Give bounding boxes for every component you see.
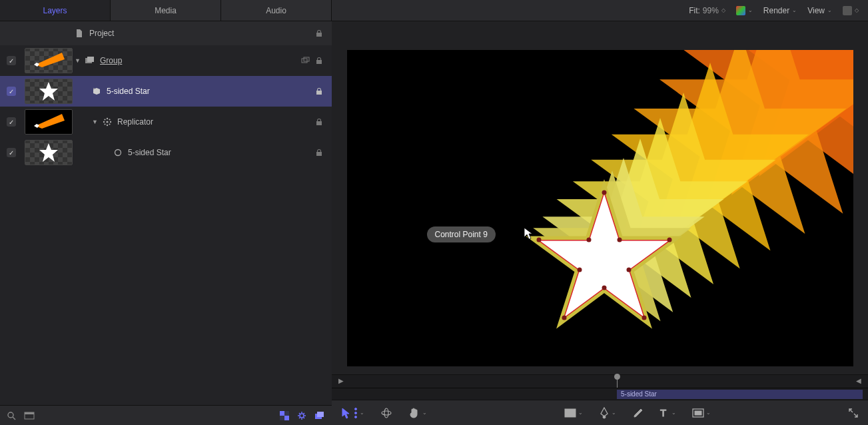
svg-point-22	[300, 414, 304, 418]
canvas-area[interactable]: Control Point 9	[332, 21, 868, 374]
color-chip-icon	[736, 6, 745, 15]
mini-timeline[interactable]: 5-sided Star	[332, 388, 868, 400]
clip-label: 5-sided Star	[621, 390, 657, 398]
chevron-down-icon: ⌄	[422, 410, 427, 416]
filter-gear-icon[interactable]	[297, 411, 306, 420]
project-label: Project	[89, 29, 114, 38]
svg-point-32	[577, 267, 582, 272]
canvas-toolbar: ⌄ ⌄ ⌄ ⌄ T ⌄ ⌄	[332, 400, 868, 425]
fit-control[interactable]: Fit: 99% ◇	[689, 6, 725, 15]
visibility-checkbox[interactable]	[7, 87, 16, 96]
timeline-clip[interactable]: 5-sided Star	[617, 390, 863, 399]
layer-thumbnail	[25, 79, 73, 104]
project-row[interactable]: Project	[0, 21, 332, 45]
chevron-down-icon: ⌄	[706, 410, 711, 416]
pen-tool[interactable]: ⌄	[599, 407, 616, 419]
text-tool[interactable]: T ⌄	[659, 408, 676, 418]
layer-row-replicator[interactable]: ▼ Replicator	[0, 107, 332, 137]
layer-row-star-cell[interactable]: 5-sided Star	[0, 137, 332, 168]
svg-point-13	[109, 123, 110, 125]
layer-row-star-selected[interactable]: 5-sided Star	[0, 76, 332, 107]
fit-label: Fit:	[689, 6, 700, 15]
tab-audio[interactable]: Audio	[221, 0, 332, 21]
visibility-checkbox[interactable]	[7, 56, 16, 65]
layer-label: 5-sided Star	[107, 87, 150, 96]
expand-icon[interactable]	[848, 408, 859, 418]
render-menu[interactable]: Render ⌄	[763, 6, 797, 15]
svg-point-37	[355, 416, 357, 418]
search-icon[interactable]	[7, 411, 16, 420]
visibility-checkbox[interactable]	[7, 117, 16, 127]
svg-point-33	[536, 237, 541, 242]
out-marker-icon[interactable]: ◀	[856, 377, 861, 384]
rectangle-tool[interactable]: ⌄	[564, 408, 583, 418]
mask-tool[interactable]: ⌄	[692, 408, 711, 418]
svg-point-12	[104, 123, 105, 125]
cell-icon	[113, 148, 123, 157]
svg-point-5	[106, 121, 108, 123]
layout-icon	[843, 6, 852, 15]
chevron-down-icon: ⌄	[360, 410, 364, 416]
layers-tabs: Layers Media Audio	[0, 0, 332, 21]
channels-control[interactable]: ⌄	[736, 6, 753, 15]
svg-point-31	[562, 315, 566, 320]
svg-point-36	[355, 412, 357, 414]
svg-point-30	[602, 285, 606, 290]
svg-point-26	[617, 237, 622, 242]
layout-control[interactable]: ◇	[843, 6, 859, 15]
svg-point-25	[602, 190, 606, 195]
layer-row-group[interactable]: ▼ Group	[0, 45, 332, 76]
pan-tool[interactable]: ⌄	[408, 407, 427, 419]
layer-label: 5-sided Star	[128, 148, 171, 157]
visibility-checkbox[interactable]	[7, 148, 16, 157]
playhead[interactable]	[617, 375, 618, 388]
view-label: View	[807, 6, 825, 15]
svg-point-15	[8, 412, 13, 418]
replicator-icon	[103, 117, 112, 127]
tab-layers[interactable]: Layers	[0, 0, 111, 21]
chevron-down-icon: ⌄	[612, 410, 616, 416]
disclosure-triangle[interactable]: ▼	[75, 57, 83, 64]
in-marker-icon[interactable]: ▶	[338, 377, 344, 384]
lock-icon[interactable]	[314, 56, 324, 65]
frame-icon[interactable]	[24, 412, 35, 420]
select-tool[interactable]: ⌄	[341, 407, 364, 419]
svg-point-14	[115, 150, 121, 156]
lock-icon[interactable]	[314, 87, 324, 96]
svg-point-8	[103, 121, 105, 123]
svg-point-4	[93, 88, 95, 89]
filter-stack-icon[interactable]	[314, 412, 325, 420]
disclosure-triangle[interactable]: ▼	[92, 119, 100, 125]
canvas-header: Fit: 99% ◇ ⌄ Render ⌄ View ⌄ ◇	[332, 0, 868, 21]
chevron-down-icon: ⌄	[578, 410, 583, 416]
view-menu[interactable]: View ⌄	[807, 6, 832, 15]
svg-point-38	[382, 411, 391, 415]
lock-icon[interactable]	[314, 148, 324, 157]
svg-point-28	[626, 267, 631, 272]
canvas[interactable]: Control Point 9	[347, 50, 853, 366]
svg-rect-40	[565, 409, 576, 417]
tab-media[interactable]: Media	[111, 0, 221, 21]
group-icon	[85, 56, 95, 65]
svg-point-35	[355, 408, 357, 410]
lock-icon[interactable]	[314, 29, 324, 38]
layer-label: Replicator	[117, 117, 153, 127]
project-icon	[75, 29, 84, 38]
layers-footer	[0, 405, 332, 425]
flatten-icon[interactable]	[301, 56, 310, 65]
layer-list: Project ▼ Group	[0, 21, 332, 405]
stepper-icon: ◇	[855, 7, 859, 13]
svg-line-16	[13, 417, 15, 420]
timeline-ruler[interactable]: ▶ ◀	[332, 374, 868, 388]
chevron-down-icon: ⌄	[827, 7, 832, 13]
3d-transform-tool[interactable]	[380, 407, 392, 419]
layer-label: Group	[100, 56, 122, 65]
layer-thumbnail	[25, 109, 73, 135]
svg-rect-24	[317, 412, 324, 417]
svg-point-10	[104, 119, 105, 120]
filter-checker-icon[interactable]	[280, 411, 289, 420]
brush-tool[interactable]	[632, 407, 643, 419]
lock-icon[interactable]	[314, 117, 324, 127]
canvas-panel: Fit: 99% ◇ ⌄ Render ⌄ View ⌄ ◇	[332, 0, 868, 425]
svg-point-11	[109, 119, 110, 120]
